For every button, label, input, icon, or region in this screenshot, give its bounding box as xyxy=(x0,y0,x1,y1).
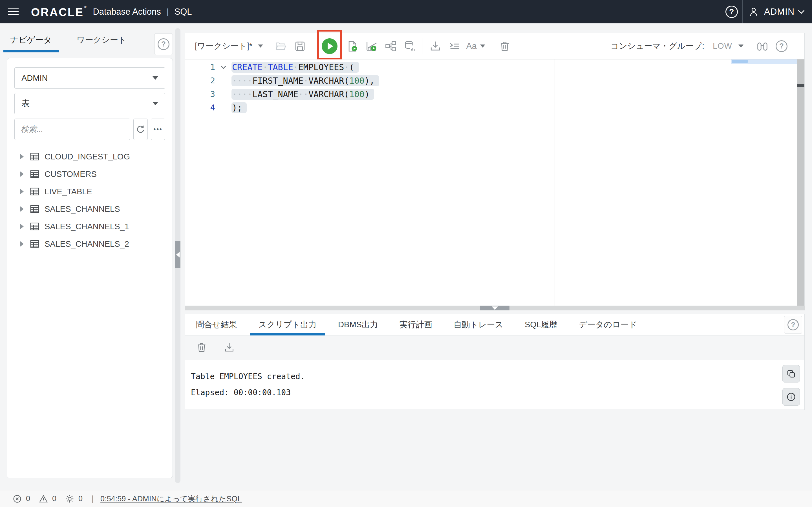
open-file-button[interactable] xyxy=(273,36,289,56)
help-icon xyxy=(776,40,788,52)
editor-scrollbar-thumb[interactable] xyxy=(797,84,804,87)
autotrace-run-button[interactable] xyxy=(364,36,379,56)
process-count[interactable]: 0 xyxy=(65,494,83,504)
results-help-button[interactable] xyxy=(784,316,802,334)
run-script-icon xyxy=(346,40,359,52)
object-type-select[interactable]: 表 xyxy=(14,93,165,114)
dropdown-caret-icon xyxy=(153,76,158,80)
download-output-button[interactable] xyxy=(223,342,235,353)
run-script-button[interactable] xyxy=(345,36,360,56)
dropdown-caret-icon xyxy=(153,102,158,105)
output-info-button[interactable] xyxy=(782,388,800,406)
tree-item-sales_channels_2[interactable]: SALES_CHANNELS_2 xyxy=(14,235,165,252)
results-tab[interactable]: 問合せ結果 xyxy=(188,314,246,335)
save-button[interactable] xyxy=(292,36,308,56)
module-title: SQL xyxy=(174,7,192,17)
table-icon xyxy=(30,187,40,196)
results-splitter[interactable] xyxy=(185,305,805,311)
font-size-button[interactable]: Aa xyxy=(466,36,485,56)
expand-caret-icon[interactable] xyxy=(20,189,24,194)
fold-chevron-icon[interactable] xyxy=(221,64,226,69)
find-button[interactable] xyxy=(755,36,770,56)
format-button[interactable] xyxy=(447,36,462,56)
expand-caret-icon[interactable] xyxy=(20,206,24,212)
results-tab[interactable]: 実行計画 xyxy=(391,314,441,335)
tree-item-live_table[interactable]: LIVE_TABLE xyxy=(14,183,165,200)
schema-select-value: ADMIN xyxy=(21,73,153,83)
search-row: ••• xyxy=(14,119,165,140)
search-input[interactable] xyxy=(14,119,130,140)
results-tab[interactable]: データのロード xyxy=(570,314,645,335)
header-help-button[interactable] xyxy=(721,0,742,23)
code-line[interactable]: 1CREATE·TABLE·EMPLOYEES·( xyxy=(185,60,793,74)
clear-worksheet-button[interactable] xyxy=(497,36,512,56)
sql-history-link[interactable]: 0:54:59 - ADMINによって実行されたSQL xyxy=(100,494,242,504)
tree-item-customers[interactable]: CUSTOMERS xyxy=(14,165,165,183)
warning-triangle-icon xyxy=(39,494,48,504)
tab-navigator[interactable]: ナビゲータ xyxy=(7,27,55,52)
worksheet-menu-caret-icon[interactable] xyxy=(258,45,263,48)
app-header: ORACLE® Database Actions | SQL ADMIN xyxy=(0,0,812,23)
results-tab[interactable]: DBMS出力 xyxy=(329,314,387,335)
expand-caret-icon[interactable] xyxy=(20,171,24,177)
results-tab[interactable]: SQL履歴 xyxy=(516,314,566,335)
tree-item-cloud_ingest_log[interactable]: CLOUD_INGEST_LOG xyxy=(14,148,165,165)
line-number: 2 xyxy=(185,76,215,86)
worksheet-toolbar: [ワークシート]* xyxy=(185,33,805,59)
code-line[interactable]: 4); xyxy=(185,101,793,114)
sidebar-help-button[interactable] xyxy=(154,33,173,55)
table-icon xyxy=(30,205,40,213)
table-icon xyxy=(30,170,40,178)
user-name: ADMIN xyxy=(764,6,795,17)
font-size-icon: Aa xyxy=(466,41,477,51)
trash-icon xyxy=(499,40,511,52)
sql-statistics-button[interactable] xyxy=(402,36,417,56)
line-number: 3 xyxy=(185,89,215,99)
help-icon xyxy=(725,6,738,18)
expand-caret-icon[interactable] xyxy=(20,241,24,247)
refresh-button[interactable] xyxy=(133,119,148,140)
download-icon xyxy=(429,40,442,52)
header-separator xyxy=(742,0,743,23)
autotrace-run-icon xyxy=(365,40,378,53)
consumer-group-value[interactable]: LOW xyxy=(713,41,732,51)
error-count[interactable]: 0 xyxy=(12,494,30,504)
results-splitter-handle[interactable] xyxy=(480,305,509,311)
code-line[interactable]: 3····LAST_NAME··VARCHAR(100) xyxy=(185,87,793,101)
brand-logo: ORACLE® xyxy=(31,5,87,18)
copy-output-button[interactable] xyxy=(782,365,800,383)
results-tab[interactable]: スクリプト出力 xyxy=(250,314,325,335)
results-tab[interactable]: 自動トレース xyxy=(445,314,512,335)
status-bar: 0 0 0 | 0:54:59 - ADMINによって実行されたSQL xyxy=(0,490,812,507)
expand-caret-icon[interactable] xyxy=(20,154,24,159)
clear-output-button[interactable] xyxy=(196,342,207,353)
consumer-group-caret-icon[interactable] xyxy=(739,45,744,48)
user-icon xyxy=(748,6,760,18)
results-tabs: 問合せ結果スクリプト出力DBMS出力実行計画自動トレースSQL履歴データのロード xyxy=(185,314,804,335)
trash-icon xyxy=(196,342,207,353)
sidebar-splitter-handle[interactable] xyxy=(175,241,181,268)
collapse-down-icon xyxy=(492,306,498,310)
code-line[interactable]: 2····FIRST_NAME·VARCHAR(100), xyxy=(185,74,793,87)
download-editor-button[interactable] xyxy=(428,36,443,56)
toolbar-help-button[interactable] xyxy=(774,36,789,56)
code-lines: 1CREATE·TABLE·EMPLOYEES·(2····FIRST_NAME… xyxy=(185,60,793,114)
editor-scrollbar[interactable] xyxy=(797,59,804,305)
toolbar-separator xyxy=(423,38,423,54)
binoculars-icon xyxy=(756,40,769,53)
tree-item-sales_channels[interactable]: SALES_CHANNELS xyxy=(14,200,165,218)
expand-caret-icon[interactable] xyxy=(20,224,24,229)
schema-select[interactable]: ADMIN xyxy=(14,67,165,89)
tab-worksheet[interactable]: ワークシート xyxy=(73,27,130,52)
output-line: Elapsed: 00:00:00.103 xyxy=(191,388,804,397)
sql-editor[interactable]: 1CREATE·TABLE·EMPLOYEES·(2····FIRST_NAME… xyxy=(185,59,805,305)
explain-plan-button[interactable] xyxy=(383,36,398,56)
warning-count[interactable]: 0 xyxy=(39,494,56,504)
app-title: Database Actions xyxy=(93,7,161,17)
table-name: SALES_CHANNELS_1 xyxy=(45,222,129,231)
more-options-button[interactable]: ••• xyxy=(151,119,165,140)
tree-item-sales_channels_1[interactable]: SALES_CHANNELS_1 xyxy=(14,218,165,235)
run-statement-area xyxy=(318,33,342,59)
hamburger-icon[interactable] xyxy=(8,6,18,17)
user-menu[interactable]: ADMIN xyxy=(748,6,804,18)
